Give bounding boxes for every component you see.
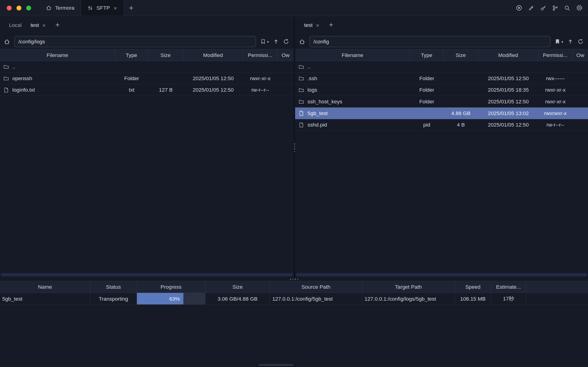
path-input[interactable] (14, 36, 256, 47)
file-row[interactable]: .. (295, 61, 588, 73)
tab-local[interactable]: Local (5, 20, 26, 30)
horizontal-splitter[interactable] (0, 277, 588, 281)
column-size[interactable]: Size (443, 49, 478, 61)
file-row[interactable]: openssh Folder 2025/01/05 12:50 rwxr-xr-… (0, 73, 294, 84)
column-size[interactable]: Size (148, 49, 183, 61)
chevron-down-icon[interactable]: ▾ (561, 40, 563, 44)
column-modified[interactable]: Modified (183, 49, 243, 61)
file-row-selected[interactable]: 5gb_test 4.88 GB 2025/01/05 13:02 rwxrwx… (295, 108, 588, 119)
parent-directory-icon[interactable] (273, 39, 279, 45)
file-row[interactable]: logs Folder 2025/01/05 18:35 rwxr-xr-x (295, 84, 588, 96)
new-tab-button[interactable]: + (124, 0, 138, 16)
left-pane-tabs: Local test × + (0, 16, 294, 34)
edit-icon[interactable] (528, 5, 534, 11)
tab-label: test (31, 22, 39, 28)
file-permissions: rwx------ (538, 73, 573, 84)
close-icon[interactable]: × (113, 5, 118, 11)
right-pane-tabs: test × + (295, 16, 588, 34)
transfer-status: Transporting (90, 293, 137, 305)
column-type[interactable]: Type (115, 49, 148, 61)
path-input[interactable] (309, 36, 551, 47)
file-type (115, 61, 148, 72)
file-modified: 2025/01/05 18:35 (478, 84, 538, 96)
file-row[interactable]: sshd.pid pid 4 B 2025/01/05 12:50 rw-r--… (295, 119, 588, 131)
file-owner (573, 84, 588, 96)
record-icon[interactable] (516, 5, 522, 11)
window-controls (0, 0, 39, 16)
file-type: pid (410, 119, 443, 130)
file-name: .. (12, 64, 15, 70)
tab-test[interactable]: test × (26, 20, 50, 30)
tab-termora[interactable]: Termora (39, 0, 81, 16)
file-row[interactable]: ssh_host_keys Folder 2025/01/05 12:50 rw… (295, 96, 588, 108)
titlebar: Termora SFTP × + (0, 0, 588, 16)
file-type (410, 61, 443, 72)
column-spacer (526, 281, 588, 292)
home-icon (46, 5, 52, 11)
file-name: ssh_host_keys (307, 99, 342, 105)
column-progress: Progress (137, 281, 205, 292)
close-window-button[interactable] (7, 6, 11, 10)
bookmark-group: ▾ (260, 39, 269, 45)
new-pane-tab-button[interactable]: + (324, 21, 338, 29)
column-owner[interactable]: Ow (573, 49, 588, 61)
column-filename[interactable]: Filename (295, 49, 410, 61)
file-modified: 2025/01/05 12:50 (478, 73, 538, 84)
refresh-icon[interactable] (283, 39, 289, 45)
titlebar-toolbar (516, 0, 588, 16)
file-icon (298, 122, 304, 127)
transfer-source-path: 127.0.0.1:/config/5gb_test (270, 293, 362, 305)
column-speed: Speed (455, 281, 491, 292)
bookmark-icon[interactable] (260, 39, 266, 45)
tab-test[interactable]: test × (299, 20, 324, 30)
column-permissions[interactable]: Permissi... (538, 49, 573, 61)
file-size (443, 84, 478, 96)
refresh-icon[interactable] (577, 39, 583, 45)
transfer-row[interactable]: 5gb_test Transporting 63% 3.06 GB/4.88 G… (0, 293, 588, 305)
new-pane-tab-button[interactable]: + (50, 21, 65, 29)
bookmark-filled-icon[interactable] (555, 39, 560, 45)
column-filename[interactable]: Filename (0, 49, 115, 61)
column-owner[interactable]: Ow (277, 49, 294, 61)
chevron-down-icon[interactable]: ▾ (267, 40, 269, 44)
file-owner (573, 108, 588, 119)
transfer-name: 5gb_test (0, 293, 90, 305)
file-permissions: rwxr-xr-x (538, 84, 573, 96)
bottom-scrollbar-thumb[interactable] (259, 364, 293, 366)
transfer-progress-bar: 63% (137, 293, 205, 305)
minimize-window-button[interactable] (17, 6, 21, 10)
file-owner (277, 84, 294, 96)
close-icon[interactable]: × (316, 22, 319, 28)
gear-icon[interactable] (576, 5, 583, 11)
file-permissions: rw-r--r-- (243, 84, 277, 96)
column-permissions[interactable]: Permissi... (243, 49, 277, 61)
file-name: logs (307, 87, 317, 93)
close-icon[interactable]: × (42, 22, 45, 28)
file-type: Folder (410, 96, 443, 107)
file-row[interactable]: .ssh Folder 2025/01/05 12:50 rwx------ (295, 73, 588, 84)
folder-icon (298, 87, 304, 92)
transfer-arrows-icon (88, 5, 93, 11)
search-icon[interactable] (564, 5, 571, 11)
column-status: Status (90, 281, 137, 292)
tab-sftp[interactable]: SFTP × (81, 0, 124, 16)
column-modified[interactable]: Modified (478, 49, 538, 61)
file-row[interactable]: .. (0, 61, 294, 73)
home-icon[interactable] (299, 38, 305, 45)
file-row[interactable]: loginfo.txt txt 127 B 2025/01/05 12:50 r… (0, 84, 294, 96)
left-table-header: Filename Type Size Modified Permissi... … (0, 49, 294, 61)
splitter-grip-icon (294, 143, 295, 152)
file-name: sshd.pid (307, 122, 327, 128)
parent-directory-icon[interactable] (567, 39, 573, 45)
key-icon[interactable] (540, 5, 546, 11)
file-size: 127 B (148, 84, 183, 96)
column-type[interactable]: Type (410, 49, 443, 61)
horizontal-scrollbar[interactable] (296, 273, 587, 276)
zoom-window-button[interactable] (26, 6, 31, 10)
horizontal-scrollbar[interactable] (1, 273, 293, 276)
branch-icon[interactable] (552, 5, 558, 11)
home-icon[interactable] (4, 38, 10, 45)
right-table-header: Filename Type Size Modified Permissi... … (295, 49, 588, 61)
file-name: .. (307, 64, 311, 70)
column-source-path: Source Path (270, 281, 362, 292)
